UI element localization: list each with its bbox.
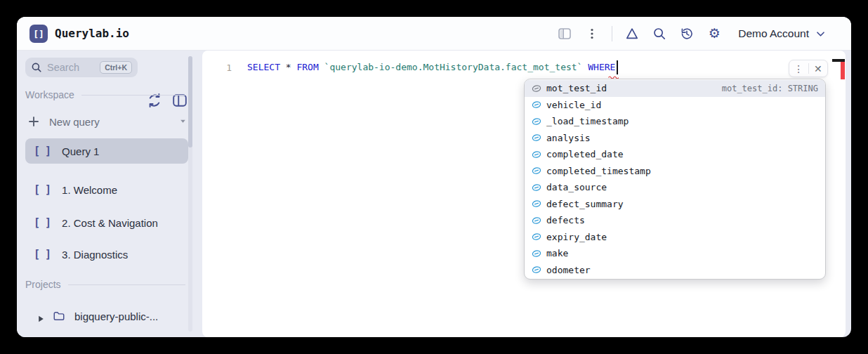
account-menu[interactable]: Demo Account (738, 27, 826, 40)
sql-keyword: SELECT (247, 62, 280, 72)
sql-keyword: WHERE (588, 62, 615, 72)
autocomplete-label: mot_test_id (546, 83, 722, 93)
search-placeholder: Search (47, 62, 100, 73)
field-icon (532, 232, 541, 242)
autocomplete-option[interactable]: data_source (525, 179, 825, 196)
autocomplete-option[interactable]: odometer (525, 262, 825, 279)
autocomplete-label: _load_timestamp (546, 116, 818, 126)
projects-section-label: Projects (25, 277, 185, 292)
topbar-divider (612, 26, 612, 41)
app-title: Querylab.io (55, 27, 129, 40)
sidebar-query-item[interactable]: [ ] 1. Welcome (25, 177, 188, 202)
sql-table-ref: `querylab-io-demo.MotHistoryData.fact_mo… (324, 62, 583, 72)
autocomplete-type-detail: mot_test_id: STRING (722, 84, 818, 93)
delta-icon[interactable] (624, 26, 640, 41)
brackets-icon: [ ] (34, 248, 51, 261)
autocomplete-option[interactable]: vehicle_id (525, 97, 825, 114)
history-icon[interactable] (679, 26, 695, 41)
editor-kebab-menu-icon[interactable]: ⋮ (789, 60, 808, 77)
sidebar-query-item[interactable]: [ ] Query 1 (25, 138, 188, 164)
field-icon (532, 183, 541, 192)
query-item-label: 1. Welcome (62, 184, 117, 196)
autocomplete-option[interactable]: completed_date (525, 146, 825, 163)
autocomplete-label: defect_summary (546, 199, 818, 209)
field-icon (532, 216, 541, 225)
autocomplete-option[interactable]: expiry_date (525, 229, 825, 246)
editor-close-icon[interactable]: ✕ (809, 60, 828, 77)
workspace-section-label: Workspace (25, 87, 185, 103)
autocomplete-label: data_source (546, 182, 818, 192)
sidebar-query-item[interactable]: [ ] 2. Cost & Navigation (25, 210, 188, 235)
sidebar: Search Ctrl+K Workspace (17, 51, 202, 337)
account-label: Demo Account (738, 27, 809, 40)
autocomplete-option[interactable]: completed_timestamp (525, 163, 825, 180)
autocomplete-label: make (546, 248, 818, 258)
settings-gear-icon[interactable]: ⚙ (706, 26, 722, 41)
folder-icon (53, 310, 65, 322)
autocomplete-dropdown: mot_test_id mot_test_id: STRING vehicle_… (524, 79, 826, 280)
sql-star: * (286, 62, 291, 72)
app-logo-icon: [] (29, 25, 48, 43)
autocomplete-label: completed_timestamp (546, 166, 818, 176)
sidebar-project-item[interactable]: bigquery-public-... (25, 305, 188, 327)
sql-keyword: FROM (296, 62, 318, 72)
layout-panel-icon[interactable] (557, 26, 572, 41)
gear-glyph: ⚙ (709, 27, 721, 41)
new-query-button[interactable]: New query (25, 111, 194, 132)
autocomplete-label: expiry_date (546, 232, 818, 242)
sidebar-query-item[interactable]: [ ] 3. Diagnostics (25, 242, 188, 267)
field-icon (532, 133, 541, 143)
sql-code-line[interactable]: SELECT * FROM `querylab-io-demo.MotHisto… (247, 62, 615, 76)
autocomplete-label: vehicle_id (546, 100, 818, 110)
field-icon (532, 84, 541, 93)
field-icon (532, 150, 541, 159)
search-icon (31, 62, 42, 73)
autocomplete-option[interactable]: mot_test_id mot_test_id: STRING (525, 80, 825, 97)
sidebar-scrollbar-track (188, 56, 192, 332)
plus-icon (28, 116, 39, 127)
autocomplete-option[interactable]: make (525, 245, 825, 262)
sidebar-scrollbar-thumb[interactable] (188, 56, 192, 148)
editor-floating-toolbar: ⋮ ✕ (789, 60, 828, 77)
autocomplete-label: odometer (546, 265, 818, 275)
field-icon (532, 117, 541, 126)
search-icon[interactable] (652, 26, 667, 41)
autocomplete-option[interactable]: defects (525, 212, 825, 229)
autocomplete-label: defects (546, 215, 818, 225)
app-window: [] Querylab.io (17, 17, 851, 337)
topbar-actions: ⚙ Demo Account (557, 17, 826, 51)
field-icon (532, 265, 541, 275)
chevron-down-icon (815, 29, 826, 39)
brackets-icon: [ ] (34, 216, 51, 229)
query-item-label: Query 1 (62, 145, 99, 157)
autocomplete-option[interactable]: analysis (525, 130, 825, 147)
top-bar: [] Querylab.io (17, 17, 851, 51)
keyboard-shortcut-badge: Ctrl+K (100, 61, 132, 74)
new-query-label: New query (49, 116, 179, 128)
query-item-label: 3. Diagnostics (62, 249, 128, 261)
overview-ruler-error-marker (841, 62, 845, 79)
new-query-caret-icon[interactable] (179, 115, 187, 128)
field-icon (532, 100, 541, 110)
line-number: 1 (218, 63, 232, 73)
autocomplete-label: completed_date (546, 149, 818, 159)
autocomplete-label: analysis (546, 133, 818, 143)
field-icon (532, 249, 541, 258)
field-icon (532, 199, 541, 209)
project-item-label: bigquery-public-... (74, 310, 158, 322)
field-icon (532, 166, 541, 176)
autocomplete-option[interactable]: _load_timestamp (525, 113, 825, 130)
sidebar-search-input[interactable]: Search Ctrl+K (25, 58, 138, 77)
query-item-label: 2. Cost & Navigation (62, 217, 158, 229)
kebab-menu-icon[interactable] (584, 26, 600, 41)
text-cursor (617, 60, 618, 74)
brackets-icon: [ ] (34, 145, 51, 157)
autocomplete-option[interactable]: defect_summary (525, 196, 825, 213)
brackets-icon: [ ] (34, 183, 51, 196)
expander-triangle-icon[interactable] (38, 313, 44, 320)
